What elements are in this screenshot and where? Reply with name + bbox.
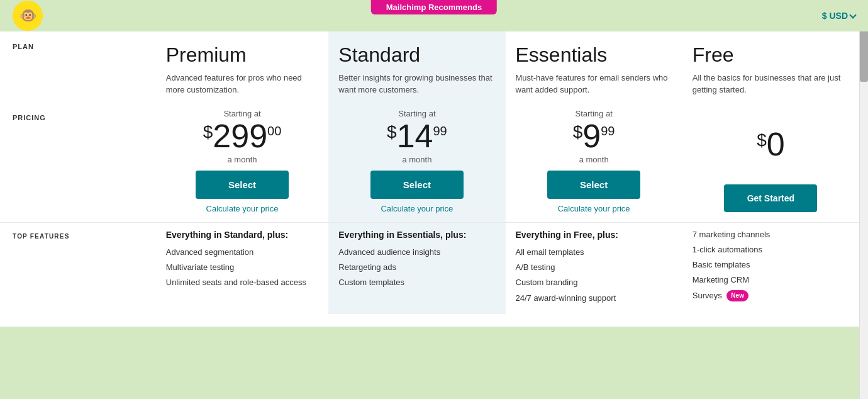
- mailchimp-logo: 🐵: [13, 1, 43, 31]
- essentials-plan-desc: Must-have features for email senders who…: [516, 72, 672, 96]
- standard-price-main: 14: [397, 120, 433, 152]
- pricing-row: PRICING Starting at $ 299 00 a month Sel…: [0, 103, 859, 223]
- free-header: Free All the basics for businesses that …: [682, 31, 859, 103]
- currency-label: $ USD: [822, 11, 848, 21]
- free-get-started-button[interactable]: Get Started: [724, 184, 817, 212]
- premium-feature-1: Advanced segmentation: [166, 247, 319, 258]
- premium-price-display: $ 299 00: [166, 120, 319, 152]
- essentials-select-button[interactable]: Select: [547, 171, 640, 199]
- standard-plan-desc: Better insights for growing businesses t…: [338, 72, 495, 96]
- premium-starting-at: Starting at: [166, 109, 319, 118]
- free-feature-5: Surveys New: [693, 290, 849, 302]
- standard-pricing: Starting at $ 14 99 a month Select Calcu…: [328, 103, 505, 223]
- essentials-price-cents: 99: [601, 125, 615, 137]
- standard-select-button[interactable]: Select: [370, 171, 464, 199]
- standard-feature-2: Retargeting ads: [338, 262, 495, 273]
- free-feature-3: Basic templates: [693, 259, 849, 271]
- essentials-pricing: Starting at $ 9 99 a month Select Calcul…: [506, 103, 682, 223]
- essentials-feature-2: A/B testing: [516, 262, 672, 273]
- essentials-features-header: Everything in Free, plus:: [516, 229, 672, 240]
- free-feature-1: 7 marketing channels: [693, 229, 849, 240]
- chevron-down-icon: [849, 11, 856, 18]
- free-price-display: $ 0: [693, 128, 849, 160]
- standard-period: a month: [338, 155, 495, 164]
- features-label: TOP FEATURES: [0, 222, 156, 313]
- free-surveys-label: Surveys: [693, 291, 722, 300]
- essentials-feature-4: 24/7 award-winning support: [516, 293, 672, 304]
- premium-feature-2: Multivariate testing: [166, 262, 319, 273]
- premium-plan-desc: Advanced features for pros who need more…: [166, 72, 319, 96]
- free-features: 7 marketing channels 1-click automations…: [682, 222, 859, 313]
- standard-dollar: $: [387, 123, 397, 141]
- essentials-dollar: $: [573, 123, 583, 141]
- essentials-plan-name: Essentials: [516, 44, 672, 66]
- premium-select-button[interactable]: Select: [196, 171, 289, 199]
- premium-calc-link[interactable]: Calculate your price: [166, 204, 319, 213]
- essentials-feature-1: All email templates: [516, 247, 672, 258]
- premium-plan-name: Premium: [166, 44, 319, 66]
- standard-features-header: Everything in Essentials, plus:: [338, 229, 495, 240]
- essentials-features: Everything in Free, plus: All email temp…: [506, 222, 682, 313]
- logo-area: 🐵: [13, 1, 43, 31]
- free-feature-4: Marketing CRM: [693, 274, 849, 286]
- essentials-price-display: $ 9 99: [516, 120, 672, 152]
- essentials-price-main: 9: [582, 120, 601, 152]
- pricing-label: PRICING: [0, 103, 156, 223]
- standard-price-cents: 99: [433, 125, 447, 137]
- plan-header-row: PLAN Premium Advanced features for pros …: [0, 31, 859, 103]
- free-plan-desc: All the basics for businesses that are j…: [693, 72, 849, 96]
- premium-period: a month: [166, 155, 319, 164]
- standard-plan-name: Standard: [338, 44, 495, 66]
- standard-feature-1: Advanced audience insights: [338, 247, 495, 258]
- premium-header: Premium Advanced features for pros who n…: [156, 31, 329, 103]
- currency-selector[interactable]: $ USD: [822, 11, 855, 21]
- top-bar: 🐵 Mailchimp Recommends $ USD: [0, 0, 868, 31]
- recommends-banner: Mailchimp Recommends: [371, 0, 497, 14]
- premium-features: Everything in Standard, plus: Advanced s…: [156, 222, 329, 313]
- essentials-period: a month: [516, 155, 672, 164]
- premium-features-header: Everything in Standard, plus:: [166, 229, 319, 240]
- standard-header: Standard Better insights for growing bus…: [328, 31, 505, 103]
- free-pricing: $ 0 Get Started: [682, 103, 859, 223]
- free-dollar: $: [757, 132, 767, 149]
- essentials-header: Essentials Must-have features for email …: [506, 31, 682, 103]
- scrollbar[interactable]: [859, 0, 868, 399]
- features-row: TOP FEATURES Everything in Standard, plu…: [0, 222, 859, 313]
- essentials-starting-at: Starting at: [516, 109, 672, 118]
- plan-label: PLAN: [0, 31, 156, 103]
- pricing-page: PLAN Premium Advanced features for pros …: [0, 31, 859, 327]
- premium-feature-3: Unlimited seats and role-based access: [166, 277, 319, 288]
- free-price-main: 0: [767, 128, 785, 160]
- premium-pricing: Starting at $ 299 00 a month Select Calc…: [156, 103, 329, 223]
- premium-price-main: 299: [213, 120, 267, 152]
- premium-price-cents: 00: [267, 125, 281, 137]
- standard-feature-3: Custom templates: [338, 277, 495, 288]
- pricing-table: PLAN Premium Advanced features for pros …: [0, 31, 859, 314]
- free-feature-2: 1-click automations: [693, 244, 849, 256]
- surveys-new-badge: New: [726, 290, 748, 301]
- premium-dollar: $: [203, 123, 213, 141]
- standard-features: Everything in Essentials, plus: Advanced…: [328, 222, 505, 313]
- standard-calc-link[interactable]: Calculate your price: [338, 204, 495, 213]
- essentials-calc-link[interactable]: Calculate your price: [516, 204, 672, 213]
- essentials-feature-3: Custom branding: [516, 277, 672, 288]
- standard-price-display: $ 14 99: [338, 120, 495, 152]
- free-plan-name: Free: [693, 44, 849, 66]
- standard-starting-at: Starting at: [338, 109, 495, 118]
